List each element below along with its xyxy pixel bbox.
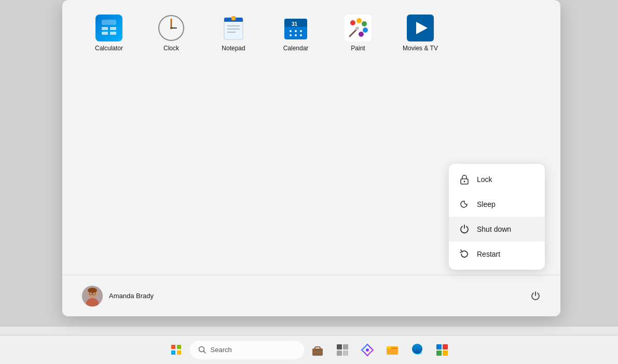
svg-point-31 [356, 18, 362, 23]
svg-point-25 [290, 34, 292, 36]
svg-rect-59 [387, 346, 391, 349]
paint-icon [345, 15, 372, 41]
svg-rect-1 [102, 20, 116, 25]
svg-point-42 [88, 288, 97, 293]
power-icon [530, 291, 541, 301]
explorer-icon [386, 343, 399, 357]
taskbar-edge[interactable] [406, 339, 429, 361]
svg-rect-5 [110, 32, 116, 35]
search-bar[interactable]: Search [190, 341, 304, 359]
shutdown-menu-item[interactable]: Shut down [449, 217, 545, 242]
svg-point-30 [350, 20, 355, 25]
app-movies-label: Movies & TV [403, 45, 438, 52]
restart-label: Restart [477, 250, 500, 258]
svg-line-49 [203, 351, 205, 353]
taskbar-copilot[interactable] [356, 339, 379, 361]
restart-menu-item[interactable]: Restart [449, 242, 545, 267]
app-movies[interactable]: Movies & TV [394, 10, 446, 56]
svg-rect-55 [337, 351, 342, 356]
app-calendar-label: Calendar [283, 45, 309, 52]
svg-rect-0 [95, 15, 122, 41]
svg-point-34 [359, 32, 364, 37]
svg-rect-61 [443, 344, 448, 349]
svg-rect-4 [102, 32, 108, 35]
svg-point-24 [300, 30, 302, 32]
power-button[interactable] [526, 287, 545, 305]
lock-label: Lock [477, 175, 492, 184]
start-menu: Calculator Clock [62, 0, 560, 316]
power-menu: Lock Sleep Shut down [449, 164, 545, 270]
taskbar-taskview[interactable] [331, 339, 354, 361]
lock-menu-item[interactable]: Lock [449, 167, 545, 192]
svg-point-11 [170, 19, 172, 21]
windows-logo [171, 345, 182, 355]
svg-rect-62 [436, 351, 442, 356]
sleep-label: Sleep [477, 200, 496, 208]
clock-icon [158, 15, 185, 41]
start-button[interactable] [165, 339, 188, 361]
taskview-icon [336, 343, 349, 357]
store-icon [435, 343, 449, 357]
svg-point-26 [295, 34, 297, 36]
svg-point-33 [363, 27, 368, 33]
user-section[interactable]: Amanda Brady [78, 282, 158, 311]
svg-point-23 [295, 30, 297, 32]
apps-section: Calculator Clock [62, 0, 560, 66]
svg-point-47 [464, 181, 465, 183]
svg-rect-53 [337, 344, 342, 349]
app-notepad[interactable]: Notepad [208, 10, 259, 56]
taskbar-store[interactable] [431, 339, 454, 361]
svg-rect-60 [436, 344, 442, 349]
copilot-icon [361, 343, 374, 357]
search-label: Search [211, 346, 232, 354]
lock-icon [459, 174, 470, 185]
app-calculator-label: Calculator [95, 45, 123, 52]
app-paint-label: Paint [351, 45, 365, 52]
sleep-icon [459, 199, 470, 209]
app-clock-label: Clock [163, 45, 179, 52]
bottom-bar: Amanda Brady [62, 275, 560, 316]
search-icon [198, 346, 207, 354]
svg-rect-63 [443, 351, 448, 356]
movies-icon [407, 15, 434, 41]
user-avatar [82, 286, 103, 306]
svg-rect-56 [343, 351, 348, 356]
svg-point-57 [366, 348, 369, 352]
app-calendar[interactable]: 31 Calendar [270, 10, 322, 56]
shutdown-label: Shut down [477, 225, 511, 233]
calculator-icon [95, 15, 122, 41]
shutdown-icon [459, 224, 470, 234]
taskbar-work-item[interactable] [306, 339, 329, 361]
user-name: Amanda Brady [109, 292, 154, 300]
app-clock[interactable]: Clock [145, 10, 197, 56]
edge-icon [410, 343, 424, 357]
taskbar-explorer[interactable] [381, 339, 404, 361]
svg-point-22 [290, 30, 292, 32]
calendar-icon: 31 [282, 15, 309, 41]
svg-rect-54 [343, 344, 348, 349]
svg-text:31: 31 [292, 21, 298, 27]
svg-rect-2 [102, 27, 108, 30]
svg-rect-18 [231, 16, 236, 20]
briefcase-icon [310, 343, 325, 357]
app-paint[interactable]: Paint [332, 10, 384, 56]
app-calculator[interactable]: Calculator [83, 10, 135, 56]
svg-point-32 [362, 21, 367, 26]
sleep-menu-item[interactable]: Sleep [449, 192, 545, 217]
notepad-icon [220, 15, 247, 41]
svg-rect-51 [315, 347, 320, 349]
taskbar: Search [0, 335, 618, 364]
restart-icon [459, 249, 470, 259]
svg-point-27 [300, 34, 302, 36]
app-notepad-label: Notepad [222, 45, 245, 52]
svg-rect-3 [110, 27, 116, 30]
